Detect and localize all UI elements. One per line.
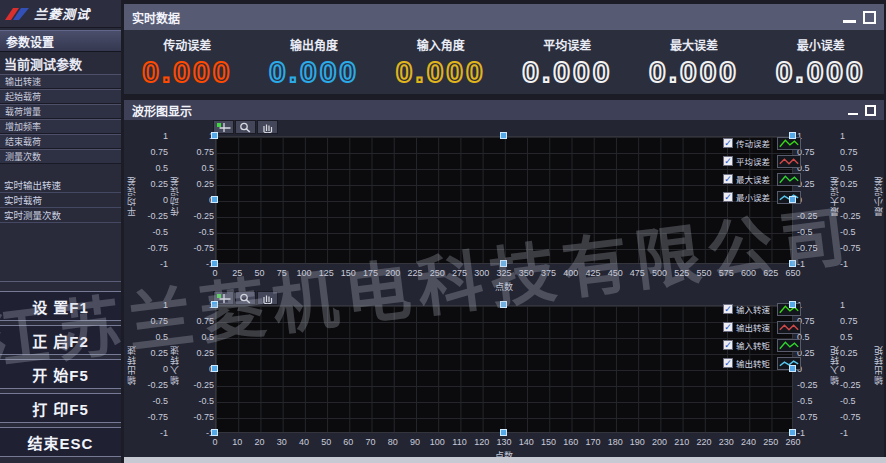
y-axis-tick: -0.5 [136,227,168,238]
chart-legend: ✓输入转速✓输出转速✓输入转矩✓输出转矩 [723,300,803,372]
param-item[interactable]: 测量次数 [0,149,121,164]
y-axis-tick: 0.5 [136,332,168,343]
realtime-item: 实时测量次数 [0,208,121,223]
resize-handle[interactable] [211,429,218,436]
legend-checkbox[interactable]: ✓ [723,340,733,350]
legend-label: 输出转速 [736,321,774,333]
y-axis-tick: -0.75 [840,412,872,423]
x-axis-title: 点数 [215,280,793,293]
resize-handle[interactable] [500,132,507,139]
param-item[interactable]: 结束载荷 [0,134,121,149]
param-item-label: 增加频率 [5,120,41,133]
start-button[interactable]: 开 始F5 [0,359,121,389]
resize-handle[interactable] [500,260,507,267]
metric: 传动误差0.000 [124,30,251,94]
y-axis-tick: -0.75 [182,243,214,254]
y-axis-tick: 1 [840,131,872,142]
exit-button[interactable]: 结束ESC [0,427,121,457]
param-item[interactable]: 增加频率 [0,119,121,134]
y-axis-title: 输入转矩 [828,345,841,385]
y-axis-tick: -0.75 [797,243,829,254]
y-axis-tick: -0.75 [182,412,214,423]
y-axis-tick: 0 [840,195,872,206]
y-axis-title: 输出转矩 [872,345,885,385]
restart-button[interactable]: 正 启F2 [0,325,121,355]
minimize-icon[interactable] [848,113,858,115]
metric-value: 0.000 [649,55,739,89]
realtime-item: 实时输出转速 [0,178,121,193]
metric: 最大误差0.000 [631,30,758,94]
resize-handle[interactable] [789,196,796,203]
resize-handle[interactable] [211,365,218,372]
y-axis-tick: 1 [182,131,214,142]
y-axis-tick: -0.25 [797,380,829,391]
y-axis-tick: -0.25 [136,211,168,222]
sidebar-section-parameter-settings[interactable]: 参数设置 [0,30,121,52]
plot-area[interactable] [215,136,793,264]
y-axis-tick: 0.5 [840,163,872,174]
maximize-icon[interactable] [865,105,876,116]
settings-button[interactable]: 设 置F1 [0,291,121,321]
panel-title: 波形图显示 [132,102,192,119]
maximize-icon[interactable] [863,11,876,24]
sidebar-button-area: 设 置F1正 启F2开 始F5打 印F5结束ESC [0,281,121,461]
param-item[interactable]: 输出转速 [0,74,121,89]
resize-handle[interactable] [789,132,796,139]
resize-handle[interactable] [211,301,218,308]
x-axis-tick: 260 [778,437,808,447]
legend-item: ✓最大误差 [723,170,803,188]
resize-handle[interactable] [789,429,796,436]
legend-checkbox[interactable]: ✓ [723,304,733,314]
app-window: 兰菱测试 参数设置 当前测试参数 输出转速起始载荷载荷增量增加频率结束载荷测量次… [0,0,886,463]
y-axis-tick: 0.25 [840,348,872,359]
resize-handle[interactable] [211,196,218,203]
y-axis-tick: 0.5 [136,163,168,174]
legend-item: ✓输出转速 [723,318,803,336]
y-axis-title: 输入转速 [168,345,181,385]
minimize-icon[interactable] [843,20,856,23]
metric-label: 最大误差 [670,36,718,53]
metric-label: 最小误差 [797,36,845,53]
resize-handle[interactable] [789,365,796,372]
resize-handle[interactable] [211,260,218,267]
print-button[interactable]: 打 印F5 [0,393,121,423]
resize-handle[interactable] [789,301,796,308]
legend-checkbox[interactable]: ✓ [723,358,733,368]
legend-label: 最大误差 [736,173,774,185]
resize-handle[interactable] [789,260,796,267]
pan-tool-icon[interactable] [257,120,278,134]
y-axis-tick: -0.5 [797,396,829,407]
zoom-tool-icon[interactable] [235,291,256,305]
resize-handle[interactable] [500,301,507,308]
bottom-scrollbar-strip[interactable] [124,457,886,463]
legend-checkbox[interactable]: ✓ [723,192,733,202]
y-axis-tick: -0.25 [797,211,829,222]
param-item[interactable]: 起始载荷 [0,89,121,104]
y-axis-tick: 0.5 [840,332,872,343]
y-axis-tick: 0 [840,364,872,375]
legend-checkbox[interactable]: ✓ [723,322,733,332]
y-axis-tick: 0.25 [840,179,872,190]
y-axis-tick: 0.75 [182,316,214,327]
legend-checkbox[interactable]: ✓ [723,138,733,148]
y-axis-tick: 0 [182,195,214,206]
legend-label: 输出转矩 [736,357,774,369]
logo-text: 兰菱测试 [34,4,90,23]
resize-handle[interactable] [500,429,507,436]
legend-checkbox[interactable]: ✓ [723,156,733,166]
legend-line-icon [777,321,801,334]
pan-tool-icon[interactable] [257,291,278,305]
metric-label: 传动误差 [163,36,211,53]
zoom-tool-icon[interactable] [235,120,256,134]
section-label: 参数设置 [6,33,54,50]
y-axis-tick: -0.25 [840,211,872,222]
resize-handle[interactable] [211,132,218,139]
realtime-item-label: 实时输出转速 [4,178,61,192]
metric-value: 0.000 [522,55,612,89]
legend-checkbox[interactable]: ✓ [723,174,733,184]
param-item[interactable]: 载荷增量 [0,104,121,119]
y-axis-tick: 1 [182,300,214,311]
plot-area[interactable] [215,305,793,433]
y-axis-tick: -0.5 [136,396,168,407]
y-axis-tick: 0 [182,364,214,375]
